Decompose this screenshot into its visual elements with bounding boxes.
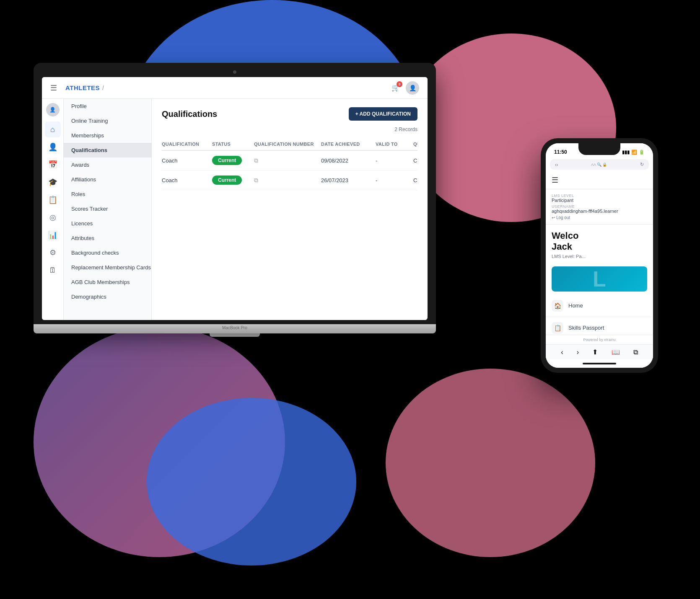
cell-qual-type-1: Coach C... <box>413 157 417 164</box>
app-header: ☰ ATHLETES / 🛒 0 👤 <box>42 77 428 99</box>
sidebar-icon-reports[interactable]: 📊 <box>45 227 61 243</box>
phone-screen: 11:50 ▮▮▮ 📶 🔋 ‹ › AA 🔍 🔒 ↻ ☰ <box>546 143 653 368</box>
copy-icon-2[interactable]: ⧉ <box>254 177 258 183</box>
bottom-tabs-btn[interactable]: ⧉ <box>633 349 638 356</box>
cart-icon-wrapper[interactable]: 🛒 0 <box>391 84 400 92</box>
skills-passport-icon: 📋 <box>552 322 563 334</box>
phone-nav-skills-passport[interactable]: 📋 Skills Passport <box>546 317 653 335</box>
phone-menu-icon[interactable]: ☰ <box>552 176 558 184</box>
phone-bottom-bar: ‹ › ⬆ 📖 ⧉ <box>546 344 653 359</box>
macbook-device: ☰ ATHLETES / 🛒 0 👤 👤 ⌂ <box>34 63 436 364</box>
bottom-forward-btn[interactable]: › <box>577 349 579 356</box>
phone-outer: 11:50 ▮▮▮ 📶 🔋 ‹ › AA 🔍 🔒 ↻ ☰ <box>541 138 658 373</box>
phone-welcome-section: Welco Jack LMS Level: Pa... <box>546 225 653 263</box>
app-body: 👤 ⌂ 👤 📅 🎓 📋 ◎ 📊 ⚙ 🗓 Profile Online Train… <box>42 99 428 320</box>
copy-icon-1[interactable]: ⧉ <box>254 157 258 164</box>
status-badge-current-1: Current <box>212 156 242 165</box>
phone-home-indicator <box>546 359 653 368</box>
header-separator: / <box>102 85 104 91</box>
phone-status-icons: ▮▮▮ 📶 🔋 <box>622 150 645 155</box>
header-actions: 🛒 0 👤 <box>391 81 419 95</box>
bottom-bookmarks-btn[interactable]: 📖 <box>612 348 620 356</box>
nav-item-demographics[interactable]: Demographics <box>64 289 151 304</box>
qualifications-table: Qualification Status Qualification Numbe… <box>162 138 417 190</box>
cell-qual-number-1[interactable]: ⧉ <box>254 157 321 164</box>
cell-status-2: Current <box>212 176 254 185</box>
sidebar-icon-calendar[interactable]: 📅 <box>45 157 61 173</box>
phone-teal-banner: L <box>552 266 647 292</box>
cart-badge: 0 <box>397 81 402 87</box>
nav-item-online-training[interactable]: Online Training <box>64 114 151 128</box>
sidebar-icon-certificate[interactable]: 📋 <box>45 192 61 208</box>
nav-item-replacement-cards[interactable]: Replacement Membership Cards <box>64 260 151 275</box>
nav-item-attributes[interactable]: Attributes <box>64 231 151 245</box>
macbook-notch <box>210 333 260 337</box>
phone-lms-info: LMS LEVEL Participant USERNAME aghqxaddi… <box>546 189 653 225</box>
nav-item-memberships[interactable]: Memberships <box>64 128 151 143</box>
cell-valid-to-2: - <box>376 177 413 183</box>
nav-item-awards[interactable]: Awards <box>64 157 151 172</box>
cell-qual-number-2[interactable]: ⧉ <box>254 177 321 184</box>
sidebar-icon-athletes[interactable]: 👤 <box>45 139 61 155</box>
nav-item-licences[interactable]: Licences <box>64 216 151 231</box>
table-header: Qualification Status Qualification Numbe… <box>162 138 417 151</box>
icon-sidebar: 👤 ⌂ 👤 📅 🎓 📋 ◎ 📊 ⚙ 🗓 <box>42 99 64 320</box>
phone-device: 11:50 ▮▮▮ 📶 🔋 ‹ › AA 🔍 🔒 ↻ ☰ <box>541 138 658 373</box>
phone-teal-letter: L <box>593 268 606 290</box>
nav-item-qualifications[interactable]: Qualifications <box>64 143 151 157</box>
phone-nav-home[interactable]: 🏠 Home <box>546 295 653 317</box>
bottom-share-btn[interactable]: ⬆ <box>592 348 598 356</box>
sidebar-avatar[interactable]: 👤 <box>46 103 60 116</box>
nav-item-scores-tracker[interactable]: Scores Tracker <box>64 201 151 216</box>
phone-username-value: aghqxaddingham-fff4a95.learner <box>552 209 647 214</box>
add-qualification-button[interactable]: + ADD QUALIFICATION <box>349 107 417 121</box>
bottom-back-btn[interactable]: ‹ <box>561 349 563 356</box>
col-valid-to: Valid To <box>376 142 413 147</box>
logout-icon: ↩ <box>552 215 555 220</box>
cell-status-1: Current <box>212 156 254 165</box>
skills-passport-label: Skills Passport <box>568 325 604 331</box>
safari-url-bar[interactable]: AA 🔍 🔒 <box>558 163 640 167</box>
phone-logout-btn[interactable]: ↩ Log out <box>552 215 647 220</box>
cell-date-achieved-2: 26/07/2023 <box>321 177 376 183</box>
welcome-greeting: Welco <box>552 230 578 241</box>
safari-refresh-btn[interactable]: ↻ <box>640 162 644 167</box>
header-avatar[interactable]: 👤 <box>406 81 419 95</box>
nav-sidebar: Profile Online Training Memberships Qual… <box>64 99 152 320</box>
nav-item-profile[interactable]: Profile <box>64 99 151 114</box>
macbook-screen: ☰ ATHLETES / 🛒 0 👤 👤 ⌂ <box>42 77 428 320</box>
nav-item-background-checks[interactable]: Background checks <box>64 245 151 260</box>
sidebar-icon-target[interactable]: ◎ <box>45 209 61 225</box>
macbook-base <box>34 324 436 333</box>
cell-qual-type-2: Coach C... <box>413 177 417 183</box>
page-title: Qualifications <box>162 109 217 119</box>
sidebar-icon-home[interactable]: ⌂ <box>45 121 61 137</box>
welcome-name: Jack <box>552 241 572 252</box>
table-row: Coach Current ⧉ 26/07/2023 - Coach C... <box>162 170 417 190</box>
macbook-screen-outer: ☰ ATHLETES / 🛒 0 👤 👤 ⌂ <box>34 63 436 324</box>
table-row: Coach Current ⧉ 09/08/2022 - Coach C... <box>162 151 417 170</box>
phone-nav-items: 🏠 Home 📋 Skills Passport 📄 Document Libr… <box>546 295 653 335</box>
battery-icon: 🔋 <box>639 150 645 155</box>
phone-username-label: USERNAME <box>552 204 647 209</box>
cell-qualification-1: Coach <box>162 157 212 164</box>
nav-item-roles[interactable]: Roles <box>64 187 151 201</box>
phone-home-bar <box>583 363 616 364</box>
home-nav-icon: 🏠 <box>552 300 563 312</box>
logout-label: Log out <box>556 215 570 220</box>
col-qualification-number: Qualification Number <box>254 142 321 147</box>
menu-icon[interactable]: ☰ <box>50 83 57 93</box>
col-qualification-type: Qualification Type <box>413 142 417 147</box>
macbook-camera <box>233 70 236 74</box>
phone-powered-by: Powered by etrainu <box>546 335 653 344</box>
home-nav-label: Home <box>568 302 583 309</box>
wifi-icon: 📶 <box>631 150 637 155</box>
col-status: Status <box>212 142 254 147</box>
phone-time: 11:50 <box>554 149 567 155</box>
phone-app-header: ☰ <box>546 171 653 189</box>
sidebar-icon-calendar2[interactable]: 🗓 <box>45 262 61 278</box>
nav-item-agb-club[interactable]: AGB Club Memberships <box>64 275 151 289</box>
nav-item-affiliations[interactable]: Affiliations <box>64 172 151 187</box>
sidebar-icon-settings[interactable]: ⚙ <box>45 245 61 261</box>
sidebar-icon-education[interactable]: 🎓 <box>45 174 61 190</box>
